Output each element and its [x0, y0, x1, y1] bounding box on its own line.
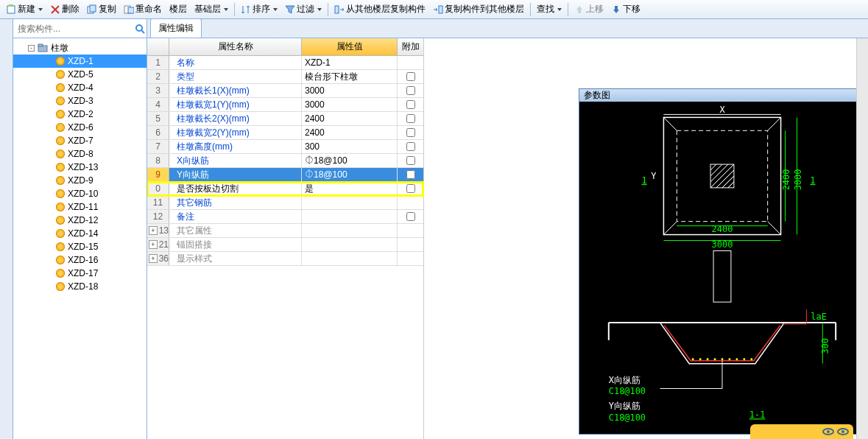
- rename-button[interactable]: 重命名: [121, 1, 165, 17]
- row-num: 1: [147, 56, 169, 69]
- prop-row[interactable]: 9Y向纵筋⏀18@100: [147, 168, 423, 182]
- expand-icon[interactable]: +: [149, 240, 158, 249]
- tree-item[interactable]: XZD-18: [13, 280, 147, 293]
- prop-value[interactable]: 棱台形下柱墩: [302, 70, 398, 83]
- tree-item[interactable]: XZD-12: [13, 214, 147, 227]
- extra-checkbox[interactable]: [406, 184, 415, 193]
- prop-value[interactable]: 300: [302, 140, 398, 153]
- svg-text:laE: laE: [811, 312, 827, 322]
- prop-value[interactable]: [302, 196, 398, 209]
- tree-item[interactable]: XZD-4: [13, 81, 147, 94]
- tree-item[interactable]: XZD-9: [13, 174, 147, 187]
- prop-row[interactable]: 6柱墩截宽2(Y)(mm)2400: [147, 126, 423, 140]
- scrollbar-v[interactable]: [856, 38, 868, 439]
- tree-item[interactable]: XZD-8: [13, 147, 147, 161]
- tree-item[interactable]: XZD-16: [13, 253, 147, 267]
- tree-item[interactable]: XZD-15: [13, 240, 147, 253]
- prop-row[interactable]: 4柱墩截宽1(Y)(mm)3000: [147, 98, 423, 112]
- extra-checkbox[interactable]: [406, 128, 415, 137]
- expand-icon[interactable]: +: [149, 226, 158, 235]
- prop-row[interactable]: +36显示样式: [147, 252, 423, 266]
- prop-row[interactable]: 7柱墩高度(mm)300: [147, 140, 423, 154]
- filter-button[interactable]: 过滤: [282, 1, 325, 17]
- tree-root[interactable]: - 柱墩: [13, 41, 147, 55]
- row-num: 11: [147, 196, 169, 209]
- tree-item[interactable]: XZD-3: [13, 94, 147, 108]
- tree-item[interactable]: XZD-10: [13, 187, 147, 200]
- prop-value[interactable]: [302, 224, 398, 237]
- prop-row[interactable]: +21锚固搭接: [147, 238, 423, 252]
- tree-item[interactable]: XZD-14: [13, 227, 147, 240]
- prop-row[interactable]: 2类型棱台形下柱墩: [147, 70, 423, 84]
- prop-row[interactable]: 12备注: [147, 210, 423, 224]
- prop-value[interactable]: ⏀18@100: [302, 154, 398, 167]
- collapse-icon[interactable]: -: [28, 45, 35, 52]
- tree-item[interactable]: XZD-17: [13, 267, 147, 280]
- tree-item[interactable]: XZD-5: [13, 68, 147, 81]
- svg-point-37: [707, 359, 709, 361]
- gear-icon: [56, 269, 65, 278]
- search-input[interactable]: [13, 21, 133, 37]
- extra-checkbox[interactable]: [406, 100, 415, 109]
- expand-icon[interactable]: +: [149, 254, 158, 263]
- prop-value[interactable]: [302, 210, 398, 223]
- delete-button[interactable]: 删除: [47, 1, 82, 17]
- prop-value[interactable]: 是: [302, 182, 398, 195]
- tree-item[interactable]: XZD-11: [13, 200, 147, 214]
- prop-row[interactable]: 1名称XZD-1: [147, 56, 423, 70]
- new-button[interactable]: 新建: [3, 1, 46, 17]
- row-num: 9: [147, 168, 169, 181]
- prop-row[interactable]: 0是否按板边切割是: [147, 182, 423, 196]
- copy-to-other-button[interactable]: 复制构件到其他楼层: [430, 1, 527, 17]
- prop-value[interactable]: [302, 238, 398, 251]
- movedown-button[interactable]: 下移: [608, 1, 643, 17]
- gear-icon: [56, 96, 65, 105]
- extra-checkbox[interactable]: [406, 212, 415, 221]
- extra-checkbox[interactable]: [406, 86, 415, 95]
- extra-checkbox[interactable]: [406, 114, 415, 123]
- search-icon[interactable]: [133, 20, 147, 38]
- baselayer-dropdown[interactable]: 基础层: [191, 1, 231, 17]
- copy-button[interactable]: 复制: [84, 1, 119, 17]
- row-num: 3: [147, 84, 169, 97]
- prop-row[interactable]: 5柱墩截长2(X)(mm)2400: [147, 112, 423, 126]
- left-dock-strip[interactable]: [0, 19, 13, 439]
- diagram-canvas[interactable]: X 2400 3000 2400 3000 Y 1 1: [579, 102, 861, 434]
- col-name[interactable]: 属性名称: [169, 38, 302, 55]
- prop-value[interactable]: ⏀18@100: [302, 168, 398, 181]
- col-extra[interactable]: 附加: [398, 38, 423, 55]
- prop-row[interactable]: +13其它属性: [147, 224, 423, 238]
- prop-extra: [398, 56, 423, 69]
- extra-checkbox[interactable]: [406, 170, 415, 179]
- prop-value[interactable]: [302, 252, 398, 265]
- col-value[interactable]: 属性值: [302, 38, 398, 55]
- tree-item[interactable]: XZD-2: [13, 108, 147, 121]
- tree-item[interactable]: XZD-6: [13, 121, 147, 134]
- tree-item[interactable]: XZD-1: [13, 55, 147, 68]
- copy-from-other-button[interactable]: 从其他楼层复制构件: [331, 1, 428, 17]
- bottom-tag[interactable]: [750, 424, 853, 439]
- prop-value[interactable]: 3000: [302, 84, 398, 97]
- tab-prop-edit[interactable]: 属性编辑: [150, 18, 202, 38]
- prop-row[interactable]: 11其它钢筋: [147, 196, 423, 210]
- extra-checkbox[interactable]: [406, 142, 415, 151]
- find-button[interactable]: 查找: [534, 1, 565, 17]
- prop-value[interactable]: 2400: [302, 126, 398, 139]
- component-tree[interactable]: - 柱墩 XZD-1XZD-5XZD-4XZD-3XZD-2XZD-6XZD-7…: [13, 38, 147, 439]
- svg-rect-3: [90, 5, 96, 12]
- prop-value[interactable]: XZD-1: [302, 56, 398, 69]
- prop-row[interactable]: 3柱墩截长1(X)(mm)3000: [147, 84, 423, 98]
- prop-name: Y向纵筋: [169, 168, 302, 181]
- prop-name: 是否按板边切割: [169, 182, 302, 195]
- moveup-button[interactable]: 上移: [571, 1, 607, 17]
- extra-checkbox[interactable]: [406, 72, 415, 81]
- tree-item[interactable]: XZD-13: [13, 161, 147, 174]
- gear-icon: [56, 229, 65, 238]
- tree-item-label: XZD-9: [68, 175, 93, 186]
- prop-value[interactable]: 2400: [302, 112, 398, 125]
- prop-value[interactable]: 3000: [302, 98, 398, 111]
- tree-item[interactable]: XZD-7: [13, 134, 147, 147]
- sort-button[interactable]: 排序: [238, 1, 280, 17]
- extra-checkbox[interactable]: [406, 156, 415, 165]
- prop-row[interactable]: 8X向纵筋⏀18@100: [147, 154, 423, 168]
